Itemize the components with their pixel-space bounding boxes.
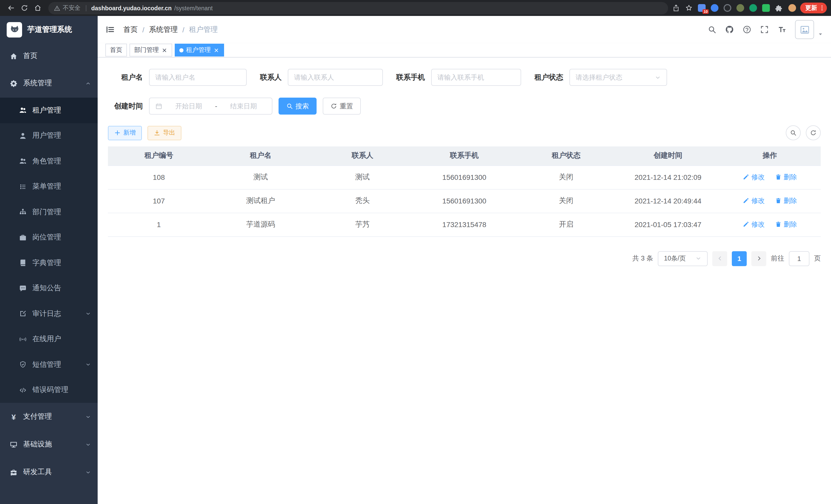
extension-icon-5[interactable] [749,4,757,12]
browser-profile-avatar[interactable] [789,4,796,12]
status-select[interactable]: 请选择租户状态 [569,69,667,86]
extension-icon-2[interactable] [711,4,718,12]
sidebar-item-post[interactable]: 岗位管理 [0,225,98,250]
sidebar-item-infra[interactable]: 基础设施 [0,431,98,458]
bookmark-star-icon[interactable] [685,4,693,12]
search-icon[interactable] [708,25,716,34]
edit-link[interactable]: 修改 [743,220,765,229]
broken-image-icon [799,24,810,35]
app-title: 芋道管理系统 [27,25,72,34]
tenant-name-input[interactable] [155,73,240,81]
sidebar-item-dept[interactable]: 部门管理 [0,199,98,225]
edit-link[interactable]: 修改 [743,196,765,206]
sidebar-item-audit-log[interactable]: 审计日志 [0,301,98,326]
kebab-menu-icon[interactable] [819,5,825,11]
cell-tenant-name: 芋道源码 [210,213,311,236]
address-bar[interactable]: 不安全 dashboard.yudao.iocoder.cn /system/t… [48,2,668,14]
sidebar-fold-button[interactable] [105,25,115,34]
browser-update-button[interactable]: 更新 [800,3,827,13]
sidebar-item-role[interactable]: 角色管理 [0,148,98,174]
export-button[interactable]: 导出 [147,126,181,140]
add-button[interactable]: 新增 [108,126,142,140]
filter-row-1: 租户名 联系人 联系手机 [108,69,821,86]
start-date-placeholder: 开始日期 [166,101,211,111]
filter-row-2: 创建时间 开始日期 - 结束日期 搜索 重置 [108,98,821,115]
tab-home[interactable]: 首页 [105,44,127,57]
reset-button[interactable]: 重置 [323,98,361,115]
filter-phone: 联系手机 [396,69,521,86]
sidebar-item-tenant[interactable]: 租户管理 [0,98,98,123]
chevron-down-icon [85,362,91,367]
security-label: 不安全 [63,4,80,12]
book-icon [19,259,27,267]
sidebar-item-pay[interactable]: ¥ 支付管理 [0,403,98,431]
cell-status: 开启 [515,213,617,236]
extension-icon-3[interactable] [724,4,731,12]
close-icon[interactable] [213,47,220,53]
tab-label: 租户管理 [186,46,211,55]
refresh-table-button[interactable] [806,125,821,140]
date-range-picker[interactable]: 开始日期 - 结束日期 [149,98,273,115]
tab-dept[interactable]: 部门管理 [130,44,172,57]
sidebar-item-error-code[interactable]: 错误码管理 [0,377,98,403]
extensions-menu-icon[interactable] [775,4,783,12]
browser-reload-button[interactable] [18,1,31,14]
user-icon [19,132,27,140]
sidebar-item-sms[interactable]: 短信管理 [0,352,98,377]
next-page-button[interactable] [751,251,766,266]
cell-contact: 测试 [312,166,413,189]
tab-tenant[interactable]: 租户管理 [175,44,224,57]
sidebar-item-dict[interactable]: 字典管理 [0,250,98,276]
sidebar-item-notice[interactable]: 通知公告 [0,276,98,301]
delete-link[interactable]: 删除 [775,220,797,229]
contact-input[interactable] [294,73,377,81]
sidebar-item-label: 错误码管理 [32,386,68,395]
share-icon[interactable] [672,4,680,12]
extension-icon-4[interactable] [737,4,744,12]
tab-label: 首页 [110,46,122,55]
extension-icon-1[interactable]: 10 [698,4,706,12]
sidebar-item-devtools[interactable]: 研发工具 [0,458,98,486]
sidebar-item-label: 字典管理 [32,259,61,268]
reload-icon [20,4,28,12]
search-button[interactable]: 搜索 [279,98,317,115]
sidebar-item-menu[interactable]: 菜单管理 [0,174,98,199]
github-icon[interactable] [725,25,734,34]
help-question-icon[interactable] [743,25,751,34]
chevron-down-icon [695,255,701,262]
avatar-caret-down-icon[interactable] [818,31,823,37]
sidebar-item-home[interactable]: 首页 [0,43,98,69]
sidebar-item-user[interactable]: 用户管理 [0,123,98,148]
close-icon[interactable] [161,47,168,53]
tenant-table: 租户编号 租户名 联系人 联系手机 租户状态 创建时间 操作 108 测试 [108,146,821,237]
home-icon [34,4,41,12]
font-size-icon[interactable] [778,25,786,34]
chevron-down-icon [85,414,91,419]
extension-icon-6[interactable] [762,4,770,12]
delete-link[interactable]: 删除 [775,173,797,182]
page-number-1[interactable]: 1 [732,251,747,266]
breadcrumb-item-system[interactable]: 系统管理 [149,25,178,34]
edit-link[interactable]: 修改 [743,173,765,182]
sidebar-item-online-user[interactable]: 在线用户 [0,326,98,352]
delete-link[interactable]: 删除 [775,196,797,206]
cell-contact: 芋艿 [312,213,413,236]
page-size-select[interactable]: 10条/页 [658,251,708,266]
sidebar-item-system[interactable]: 系统管理 [0,69,98,98]
cell-tenant-name: 测试租户 [210,189,311,213]
browser-home-button[interactable] [31,1,44,14]
breadcrumb-item-home[interactable]: 首页 [123,25,138,34]
phone-input-box [431,69,521,86]
cell-contact: 秃头 [312,189,413,213]
toggle-search-button[interactable] [786,125,801,140]
fullscreen-icon[interactable] [760,25,769,34]
prev-page-button[interactable] [712,251,727,266]
signal-icon [19,335,27,343]
cell-created-at: 2021-01-05 17:03:47 [617,213,719,236]
browser-back-button[interactable] [4,1,18,14]
phone-input[interactable] [437,73,515,81]
goto-page-input[interactable] [789,251,809,266]
chevron-down-icon [85,311,91,317]
tenant-name-label: 租户名 [108,73,143,82]
user-avatar[interactable] [795,20,814,39]
